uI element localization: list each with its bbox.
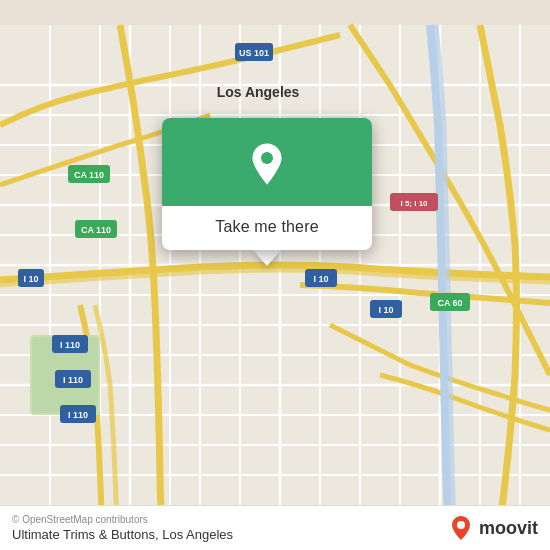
svg-text:I 10: I 10	[378, 305, 393, 315]
map-container: US 101 I 10 I 10 I 10 CA 110 CA 110 I 5;…	[0, 0, 550, 550]
popup-card-wrapper: Take me there	[162, 118, 372, 266]
svg-text:I 10: I 10	[23, 274, 38, 284]
popup-card: Take me there	[162, 118, 372, 250]
map-background: US 101 I 10 I 10 I 10 CA 110 CA 110 I 5;…	[0, 0, 550, 550]
svg-text:I 10: I 10	[313, 274, 328, 284]
svg-text:I 5; I 10: I 5; I 10	[400, 199, 428, 208]
location-pin-icon	[243, 140, 291, 188]
moovit-logo: moovit	[447, 514, 538, 542]
popup-arrow	[253, 250, 281, 266]
moovit-text: moovit	[479, 518, 538, 539]
popup-green-section	[162, 118, 372, 206]
svg-text:I 110: I 110	[68, 410, 88, 420]
svg-text:Los Angeles: Los Angeles	[217, 84, 300, 100]
svg-point-55	[261, 152, 273, 164]
svg-text:I 110: I 110	[60, 340, 80, 350]
take-me-there-button[interactable]: Take me there	[215, 218, 318, 236]
svg-text:CA 60: CA 60	[437, 298, 462, 308]
svg-text:I 110: I 110	[63, 375, 83, 385]
svg-point-56	[457, 521, 465, 529]
popup-label-section[interactable]: Take me there	[162, 206, 372, 250]
svg-text:CA 110: CA 110	[74, 170, 104, 180]
svg-text:CA 110: CA 110	[81, 225, 111, 235]
bottom-bar: © OpenStreetMap contributors Ultimate Tr…	[0, 505, 550, 550]
business-name: Ultimate Trims & Buttons, Los Angeles	[12, 527, 233, 542]
moovit-icon	[447, 514, 475, 542]
copyright-text: © OpenStreetMap contributors	[12, 514, 233, 525]
bottom-left: © OpenStreetMap contributors Ultimate Tr…	[12, 514, 233, 542]
svg-text:US 101: US 101	[239, 48, 269, 58]
